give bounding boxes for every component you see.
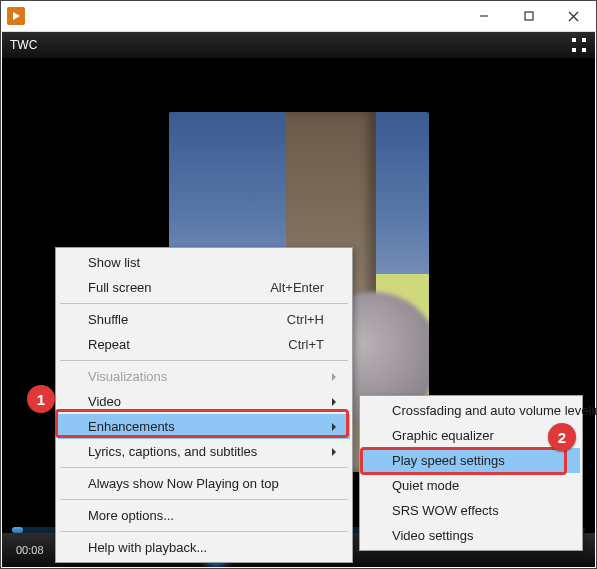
enhancements-submenu: Crossfading and auto volume leveling Gra…: [359, 395, 583, 551]
menu-full-screen[interactable]: Full screenAlt+Enter: [58, 275, 350, 300]
menu-help[interactable]: Help with playback...: [58, 535, 350, 560]
now-playing-bar: TWC: [2, 32, 595, 58]
app-window: TWC 00:08 Show list Full screenAlt+Enter…: [0, 0, 597, 569]
submenu-crossfading[interactable]: Crossfading and auto volume leveling: [362, 398, 580, 423]
media-title: TWC: [10, 38, 37, 52]
svg-rect-0: [525, 12, 533, 20]
menu-show-list[interactable]: Show list: [58, 250, 350, 275]
menu-more-options[interactable]: More options...: [58, 503, 350, 528]
svg-rect-4: [582, 48, 586, 52]
submenu-play-speed[interactable]: Play speed settings: [362, 448, 580, 473]
maximize-button[interactable]: [506, 1, 551, 31]
submenu-srs-wow[interactable]: SRS WOW effects: [362, 498, 580, 523]
switch-view-icon[interactable]: [571, 37, 587, 53]
minimize-button[interactable]: [461, 1, 506, 31]
titlebar: [1, 1, 596, 32]
annotation-badge-2: 2: [548, 423, 576, 451]
elapsed-time: 00:08: [16, 544, 50, 556]
menu-always-on-top[interactable]: Always show Now Playing on top: [58, 471, 350, 496]
submenu-quiet-mode[interactable]: Quiet mode: [362, 473, 580, 498]
menu-visualizations: Visualizations: [58, 364, 350, 389]
svg-rect-1: [572, 38, 576, 42]
menu-lyrics[interactable]: Lyrics, captions, and subtitles: [58, 439, 350, 464]
close-button[interactable]: [551, 1, 596, 31]
menu-repeat[interactable]: RepeatCtrl+T: [58, 332, 350, 357]
submenu-video-settings[interactable]: Video settings: [362, 523, 580, 548]
menu-video[interactable]: Video: [58, 389, 350, 414]
svg-rect-3: [572, 48, 576, 52]
annotation-badge-1: 1: [27, 385, 55, 413]
menu-shuffle[interactable]: ShuffleCtrl+H: [58, 307, 350, 332]
svg-rect-2: [582, 38, 586, 42]
menu-enhancements[interactable]: Enhancements: [58, 414, 350, 439]
app-icon: [7, 7, 25, 25]
context-menu: Show list Full screenAlt+Enter ShuffleCt…: [55, 247, 353, 563]
